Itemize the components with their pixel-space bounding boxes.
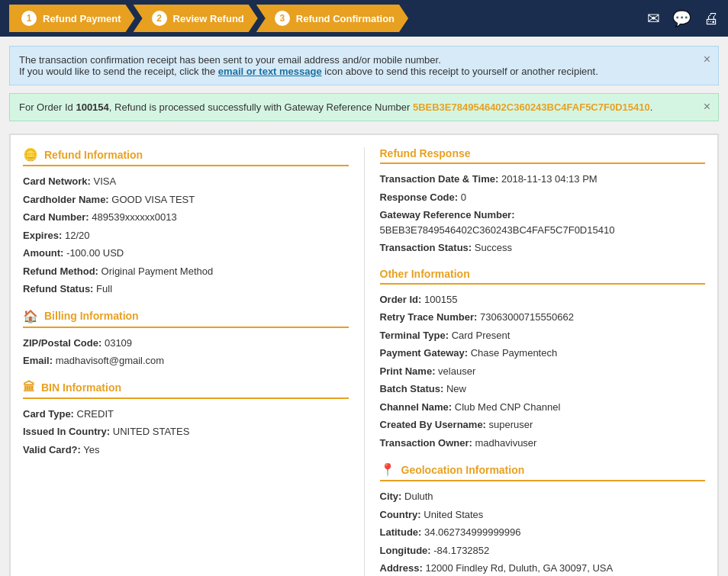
field-value: 12/20 <box>65 230 90 241</box>
field-label: Batch Status: <box>380 383 444 394</box>
field-label: Email: <box>23 355 53 366</box>
field-label: Refund Method: <box>23 265 98 277</box>
info-alert-line2: If you would like to send the receipt, c… <box>19 66 695 77</box>
field-label: ZIP/Postal Code: <box>23 337 101 349</box>
billing-info-fields: ZIP/Postal Code: 03109Email: madhavisoft… <box>23 336 349 368</box>
field-value: Card Present <box>452 330 511 341</box>
field-value: Yes <box>83 444 99 455</box>
header-icons: ✉ 💬 🖨 <box>647 9 719 27</box>
info-row: Transaction Date & Time: 2018-11-13 04:1… <box>380 172 706 187</box>
field-label: Expires: <box>23 230 62 241</box>
info-row: Expires: 12/20 <box>23 228 349 243</box>
email-text-message-link[interactable]: email or text message <box>218 66 322 77</box>
content-inner: 🪙 Refund Information Card Network: VISAC… <box>10 134 718 576</box>
field-label: Valid Card?: <box>23 444 81 455</box>
info-row: Cardholder Name: GOOD VISA TEST <box>23 192 349 208</box>
bin-information-section: 🏛 BIN Information Card Type: CREDITIssue… <box>23 381 349 458</box>
info-row: Card Type: CREDIT <box>23 407 349 422</box>
field-label: Latitude: <box>380 526 422 538</box>
info-row: Transaction Owner: madhavivuser <box>380 436 706 451</box>
refund-response-fields: Transaction Date & Time: 2018-11-13 04:1… <box>380 172 706 256</box>
field-value: Duluth <box>404 491 433 502</box>
info-alert-close[interactable]: × <box>704 53 710 66</box>
location-icon: 📍 <box>380 462 395 477</box>
success-middle: , Refund is processed successfully with … <box>109 101 413 113</box>
field-label: Address: <box>380 562 423 574</box>
other-information-section: Other Information Order Id: 100155Retry … <box>380 268 706 451</box>
info-row: City: Duluth <box>380 489 706 504</box>
field-value: GOOD VISA TEST <box>111 194 195 205</box>
field-label: Country: <box>380 509 421 520</box>
field-label: Cardholder Name: <box>23 194 109 205</box>
info-row: Amount: -100.00 USD <box>23 246 349 261</box>
step-refund-payment[interactable]: 1 Refund Payment <box>9 5 135 32</box>
field-label: Card Network: <box>23 175 91 187</box>
info-row: Response Code: 0 <box>380 190 706 205</box>
success-alert-close[interactable]: × <box>704 100 710 114</box>
refund-information-heading: 🪙 Refund Information <box>23 147 349 166</box>
info-alert-line2-suffix: icon above to send this receipt to yours… <box>322 66 598 77</box>
print-icon[interactable]: 🖨 <box>704 10 719 27</box>
step-refund-confirmation[interactable]: 3 Refund Confirmation <box>256 5 408 32</box>
info-row: Channel Name: Club Med CNP Channel <box>380 400 706 415</box>
refund-info-fields: Card Network: VISACardholder Name: GOOD … <box>23 174 349 297</box>
refund-information-section: 🪙 Refund Information Card Network: VISAC… <box>23 147 349 297</box>
field-value: 5BEB3E7849546402C360243BC4FAF5C7F0D15410 <box>380 224 615 236</box>
field-label: Payment Gateway: <box>380 347 469 359</box>
info-row: Gateway Reference Number: 5BEB3E78495464… <box>380 208 706 237</box>
field-value: 489539xxxxxx0013 <box>92 211 176 223</box>
info-row: Card Number: 489539xxxxxx0013 <box>23 210 349 225</box>
success-ref-num: 5BEB3E7849546402C360243BC4FAF5C7F0D15410 <box>413 101 650 113</box>
step-review-refund[interactable]: 2 Review Refund <box>134 5 258 32</box>
field-value: 73063000715550662 <box>480 311 574 323</box>
field-value: New <box>446 383 466 394</box>
billing-information-section: 🏠 Billing Information ZIP/Postal Code: 0… <box>23 309 349 368</box>
field-label: Transaction Owner: <box>380 437 472 449</box>
step-label-2: Review Refund <box>173 13 244 24</box>
field-value: CREDIT <box>77 408 114 420</box>
geo-information-heading: 📍 Geolocation Information <box>380 462 706 481</box>
success-suffix: . <box>650 101 653 113</box>
field-value: VISA <box>93 175 116 187</box>
refund-response-heading: Refund Response <box>380 147 706 164</box>
info-row: Refund Status: Full <box>23 282 349 297</box>
field-label: Refund Status: <box>23 283 93 294</box>
info-alert: The transaction confirmation receipt has… <box>9 46 719 85</box>
field-value: UNITED STATES <box>113 426 190 437</box>
field-value: Chase Paymentech <box>471 347 557 359</box>
info-alert-line1: The transaction confirmation receipt has… <box>19 54 695 66</box>
info-row: Issued In Country: UNITED STATES <box>23 424 349 439</box>
field-label: Created By Username: <box>380 419 486 430</box>
field-value: Success <box>475 242 512 253</box>
billing-information-heading: 🏠 Billing Information <box>23 309 349 328</box>
field-value: 12000 Findley Rd, Duluth, GA 30097, USA <box>425 562 613 574</box>
field-value: madhavisoft@gmail.com <box>56 355 165 366</box>
info-row: Created By Username: superuser <box>380 417 706 433</box>
info-alert-line2-prefix: If you would like to send the receipt, c… <box>19 66 218 77</box>
field-label: Issued In Country: <box>23 426 110 437</box>
field-label: Response Code: <box>380 191 459 203</box>
refund-response-section: Refund Response Transaction Date & Time:… <box>380 147 706 256</box>
info-row: Longitude: -84.1732852 <box>380 543 706 558</box>
field-value: 2018-11-13 04:13 PM <box>501 173 598 185</box>
field-label: Transaction Status: <box>380 242 472 253</box>
field-value: Original Payment Method <box>101 265 214 277</box>
chat-icon[interactable]: 💬 <box>672 9 691 27</box>
bank-icon: 🏛 <box>23 381 35 394</box>
main-content: The transaction confirmation receipt has… <box>0 37 728 576</box>
success-alert: For Order Id 100154, Refund is processed… <box>9 93 719 121</box>
field-label: Longitude: <box>380 545 431 556</box>
step-number-1: 1 <box>21 11 37 26</box>
other-info-fields: Order Id: 100155Retry Trace Number: 7306… <box>380 292 706 451</box>
content-panel: 🪙 Refund Information Card Network: VISAC… <box>9 134 719 576</box>
field-value: superuser <box>489 419 533 430</box>
field-label: Amount: <box>23 247 63 259</box>
info-row: Batch Status: New <box>380 381 706 397</box>
field-value: 03109 <box>105 337 132 349</box>
info-row: Country: United States <box>380 507 706 523</box>
stepper: 1 Refund Payment 2 Review Refund 3 Refun… <box>9 5 408 32</box>
bin-info-fields: Card Type: CREDITIssued In Country: UNIT… <box>23 407 349 458</box>
field-label: Card Type: <box>23 408 74 420</box>
mail-icon[interactable]: ✉ <box>647 9 660 27</box>
step-label-1: Refund Payment <box>43 13 121 24</box>
